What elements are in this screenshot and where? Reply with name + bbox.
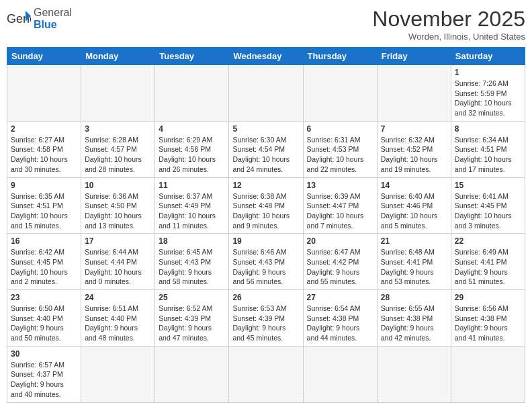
day-number: 1 [455,68,521,77]
day-info: Sunrise: 6:40 AM Sunset: 4:46 PM Dayligh… [381,191,447,231]
day-info: Sunrise: 6:52 AM Sunset: 4:39 PM Dayligh… [159,304,225,343]
day-number: 14 [381,181,447,190]
calendar-cell: 5Sunrise: 6:30 AM Sunset: 4:54 PM Daylig… [229,121,303,177]
day-number: 23 [11,293,77,302]
day-info: Sunrise: 6:34 AM Sunset: 4:51 PM Dayligh… [455,135,521,175]
day-number: 10 [85,181,151,190]
day-number: 15 [455,181,521,190]
day-info: Sunrise: 6:29 AM Sunset: 4:56 PM Dayligh… [159,135,225,175]
calendar-cell: 25Sunrise: 6:52 AM Sunset: 4:39 PM Dayli… [155,290,229,347]
day-info: Sunrise: 6:51 AM Sunset: 4:40 PM Dayligh… [85,304,151,343]
calendar-cell [81,346,155,402]
calendar-cell: 26Sunrise: 6:53 AM Sunset: 4:39 PM Dayli… [229,290,303,347]
calendar-cell: 8Sunrise: 6:34 AM Sunset: 4:51 PM Daylig… [451,121,525,177]
day-number: 29 [455,293,521,302]
day-info: Sunrise: 6:48 AM Sunset: 4:41 PM Dayligh… [381,247,447,287]
calendar-cell: 20Sunrise: 6:47 AM Sunset: 4:42 PM Dayli… [303,234,377,290]
day-info: Sunrise: 7:26 AM Sunset: 5:59 PM Dayligh… [455,79,521,118]
calendar-cell [155,65,229,122]
calendar-cell: 3Sunrise: 6:28 AM Sunset: 4:57 PM Daylig… [81,121,155,177]
calendar-cell: 1Sunrise: 7:26 AM Sunset: 5:59 PM Daylig… [451,65,525,122]
day-info: Sunrise: 6:53 AM Sunset: 4:39 PM Dayligh… [232,304,299,343]
day-number: 7 [381,124,447,134]
calendar-cell: 30Sunrise: 6:57 AM Sunset: 4:37 PM Dayli… [7,346,81,402]
day-info: Sunrise: 6:54 AM Sunset: 4:38 PM Dayligh… [307,304,373,343]
calendar-cell [451,346,525,402]
calendar-cell: 6Sunrise: 6:31 AM Sunset: 4:53 PM Daylig… [303,121,377,177]
calendar-cell: 28Sunrise: 6:55 AM Sunset: 4:38 PM Dayli… [377,290,451,347]
header: General General Blue November 2025 Worde… [7,7,525,42]
day-info: Sunrise: 6:41 AM Sunset: 4:45 PM Dayligh… [455,191,521,231]
calendar-cell [155,346,229,402]
day-info: Sunrise: 6:55 AM Sunset: 4:38 PM Dayligh… [381,304,447,343]
day-number: 24 [85,293,151,302]
month-year: November 2025 [372,7,525,32]
day-number: 27 [307,293,373,302]
day-number: 9 [11,181,77,190]
col-header-friday: Friday [377,48,451,65]
logo-blue: Blue [34,19,72,31]
day-number: 8 [455,124,521,134]
day-number: 21 [381,236,447,246]
calendar-week-row: 2Sunrise: 6:27 AM Sunset: 4:58 PM Daylig… [7,121,525,177]
calendar-week-row: 30Sunrise: 6:57 AM Sunset: 4:37 PM Dayli… [7,346,525,402]
day-info: Sunrise: 6:38 AM Sunset: 4:48 PM Dayligh… [232,191,299,231]
day-info: Sunrise: 6:35 AM Sunset: 4:51 PM Dayligh… [11,191,77,231]
calendar-cell [229,65,303,122]
calendar-cell [7,65,81,122]
calendar-cell: 22Sunrise: 6:49 AM Sunset: 4:41 PM Dayli… [451,234,525,290]
day-number: 19 [232,236,299,246]
day-info: Sunrise: 6:47 AM Sunset: 4:42 PM Dayligh… [307,247,373,287]
calendar-week-row: 9Sunrise: 6:35 AM Sunset: 4:51 PM Daylig… [7,177,525,234]
calendar-cell: 18Sunrise: 6:45 AM Sunset: 4:43 PM Dayli… [155,234,229,290]
day-number: 30 [11,349,77,359]
day-number: 12 [232,181,299,190]
logo: General General Blue [7,7,72,30]
day-number: 22 [455,236,521,246]
day-info: Sunrise: 6:32 AM Sunset: 4:52 PM Dayligh… [381,135,447,175]
calendar-cell: 23Sunrise: 6:50 AM Sunset: 4:40 PM Dayli… [7,290,81,347]
calendar-cell: 14Sunrise: 6:40 AM Sunset: 4:46 PM Dayli… [377,177,451,234]
day-number: 18 [159,236,225,246]
calendar-cell: 4Sunrise: 6:29 AM Sunset: 4:56 PM Daylig… [155,121,229,177]
calendar-cell [81,65,155,122]
calendar-cell: 29Sunrise: 6:56 AM Sunset: 4:38 PM Dayli… [451,290,525,347]
day-info: Sunrise: 6:27 AM Sunset: 4:58 PM Dayligh… [11,135,77,175]
day-number: 2 [11,124,77,134]
calendar-cell: 7Sunrise: 6:32 AM Sunset: 4:52 PM Daylig… [377,121,451,177]
calendar-cell: 2Sunrise: 6:27 AM Sunset: 4:58 PM Daylig… [7,121,81,177]
day-number: 16 [11,236,77,246]
day-number: 28 [381,293,447,302]
day-number: 26 [232,293,299,302]
calendar-cell: 17Sunrise: 6:44 AM Sunset: 4:44 PM Dayli… [81,234,155,290]
day-info: Sunrise: 6:37 AM Sunset: 4:49 PM Dayligh… [159,191,225,231]
day-number: 4 [159,124,225,134]
col-header-thursday: Thursday [303,48,377,65]
calendar-header-row: SundayMondayTuesdayWednesdayThursdayFrid… [7,48,525,65]
day-number: 25 [159,293,225,302]
day-info: Sunrise: 6:31 AM Sunset: 4:53 PM Dayligh… [307,135,373,175]
calendar-cell [377,346,451,402]
calendar-cell: 21Sunrise: 6:48 AM Sunset: 4:41 PM Dayli… [377,234,451,290]
day-number: 11 [159,181,225,190]
logo-general: General [34,7,72,19]
calendar-cell: 12Sunrise: 6:38 AM Sunset: 4:48 PM Dayli… [229,177,303,234]
calendar-cell: 10Sunrise: 6:36 AM Sunset: 4:50 PM Dayli… [81,177,155,234]
calendar-cell: 16Sunrise: 6:42 AM Sunset: 4:45 PM Dayli… [7,234,81,290]
col-header-wednesday: Wednesday [229,48,303,65]
calendar-cell: 9Sunrise: 6:35 AM Sunset: 4:51 PM Daylig… [7,177,81,234]
calendar-cell [377,65,451,122]
col-header-sunday: Sunday [7,48,81,65]
logo-icon: General [7,9,31,28]
day-info: Sunrise: 6:56 AM Sunset: 4:38 PM Dayligh… [455,304,521,343]
title-block: November 2025 Worden, Illinois, United S… [372,7,525,42]
day-info: Sunrise: 6:44 AM Sunset: 4:44 PM Dayligh… [85,247,151,287]
col-header-saturday: Saturday [451,48,525,65]
calendar: SundayMondayTuesdayWednesdayThursdayFrid… [7,47,525,403]
day-info: Sunrise: 6:49 AM Sunset: 4:41 PM Dayligh… [455,247,521,287]
calendar-week-row: 1Sunrise: 7:26 AM Sunset: 5:59 PM Daylig… [7,65,525,122]
calendar-cell: 11Sunrise: 6:37 AM Sunset: 4:49 PM Dayli… [155,177,229,234]
calendar-cell [303,65,377,122]
day-info: Sunrise: 6:50 AM Sunset: 4:40 PM Dayligh… [11,304,77,343]
day-info: Sunrise: 6:46 AM Sunset: 4:43 PM Dayligh… [232,247,299,287]
